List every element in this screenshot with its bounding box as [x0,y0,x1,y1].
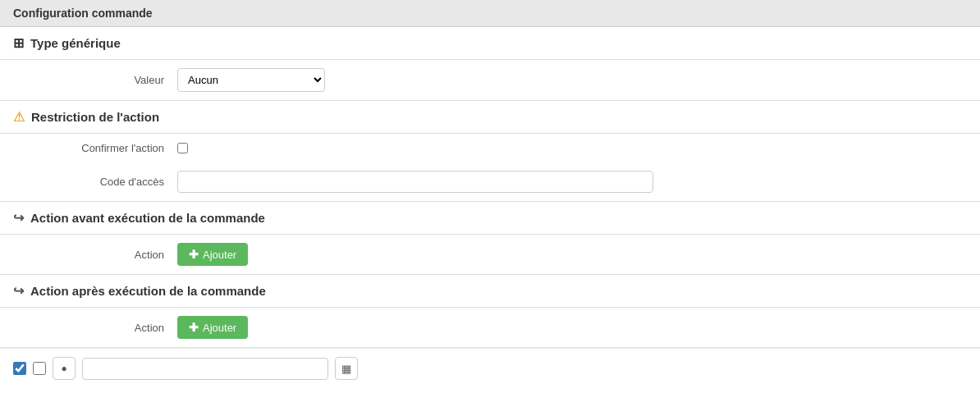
plus-icon-1: ✚ [189,248,199,261]
form-group-code: Code d'accès [0,162,980,201]
code-input[interactable] [177,171,653,193]
arrow-right-icon-2: ↪ [13,283,24,299]
add-action-avant-label: Ajouter [203,249,236,261]
section-label-action-apres: Action après exécution de la commande [30,284,266,298]
section-title-restriction: ⚠ Restriction de l'action [0,101,980,134]
page-title: Configuration commande [13,7,153,20]
add-action-apres-button[interactable]: ✚ Ajouter [177,316,248,339]
bottom-checkbox-blue[interactable] [13,362,26,375]
calendar-button[interactable]: ▦ [335,357,358,380]
section-title-action-apres: ↪ Action après exécution de la commande [0,275,980,308]
section-type-generique: ⊞ Type générique Valeur Aucun [0,27,980,100]
calendar-icon: ▦ [341,363,351,375]
page-wrapper: Configuration commande ⊞ Type générique … [0,0,980,416]
bottom-checkbox-2[interactable] [33,362,46,375]
valeur-select[interactable]: Aucun [177,68,325,92]
section-action-avant: ↪ Action avant exécution de la commande … [0,202,980,274]
section-label-restriction: Restriction de l'action [31,110,159,124]
page-header: Configuration commande [0,0,980,27]
bottom-text-input[interactable] [82,358,328,380]
section-title-type-generique: ⊞ Type générique [0,27,980,60]
grid-icon: ⊞ [13,35,24,51]
confirmer-checkbox[interactable] [177,143,188,153]
remove-button[interactable]: ● [53,357,76,380]
section-label-type-generique: Type générique [30,36,121,50]
action-apres-label: Action [13,322,177,334]
confirmer-label: Confirmer l'action [13,142,177,154]
confirmer-checkbox-group [177,143,188,153]
form-group-valeur: Valeur Aucun [0,60,980,100]
code-label: Code d'accès [13,176,177,188]
plus-icon-2: ✚ [189,321,199,334]
warning-icon: ⚠ [13,109,25,125]
add-action-apres-label: Ajouter [203,322,236,334]
form-group-confirmer: Confirmer l'action [0,134,980,162]
section-restriction: ⚠ Restriction de l'action Confirmer l'ac… [0,101,980,201]
action-avant-label: Action [13,249,177,261]
section-label-action-avant: Action avant exécution de la commande [30,211,265,225]
section-action-apres: ↪ Action après exécution de la commande … [0,275,980,347]
arrow-right-icon-1: ↪ [13,210,24,226]
add-action-avant-button[interactable]: ✚ Ajouter [177,243,248,266]
valeur-label: Valeur [13,74,177,86]
remove-icon: ● [61,363,66,374]
bottom-bar: ● ▦ [0,348,980,388]
form-group-action-apres: Action ✚ Ajouter [0,308,980,347]
section-title-action-avant: ↪ Action avant exécution de la commande [0,202,980,235]
form-group-action-avant: Action ✚ Ajouter [0,235,980,274]
